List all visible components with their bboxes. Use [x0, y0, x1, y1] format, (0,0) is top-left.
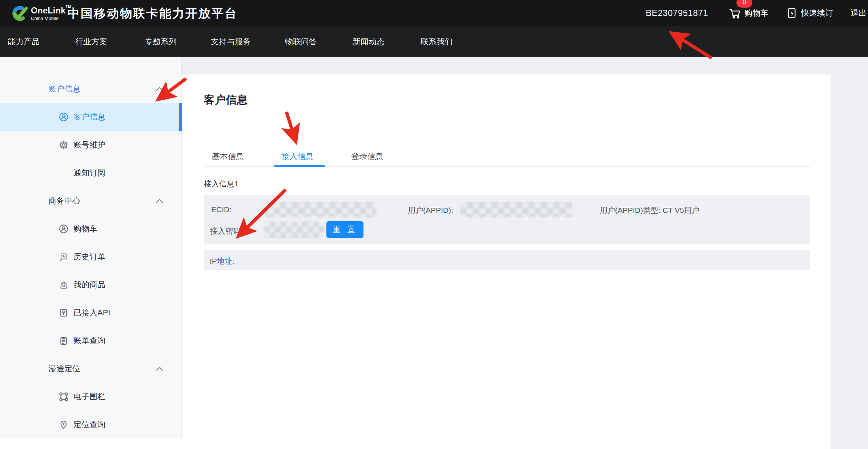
- appid-type-label: 用户(APPID)类型: CT V5用户: [600, 205, 699, 215]
- sidebar-item-account-maintenance[interactable]: 账号维护: [0, 131, 182, 159]
- cart-label: 购物车: [744, 8, 768, 19]
- location-pin-icon: [58, 419, 69, 430]
- sidebar-item-notification-subscription[interactable]: 通知订阅: [0, 159, 182, 187]
- quick-renew-icon: [786, 7, 797, 19]
- appid-label: 用户(APPID):: [408, 205, 453, 215]
- site-title: 中国移动物联卡能力开放平台: [68, 5, 238, 22]
- access-info-section-label: 接入信息1: [204, 179, 239, 189]
- tab-basic-info[interactable]: 基本信息: [212, 151, 244, 163]
- nav-item-news[interactable]: 新闻动态: [353, 26, 385, 57]
- nav-item-industry[interactable]: 行业方案: [75, 26, 107, 57]
- appid-type-value: CT V5用户: [663, 206, 699, 214]
- sidebar-item-bill-inquiry[interactable]: 账单查询: [0, 327, 182, 355]
- ip-address-box: [204, 250, 810, 270]
- ecid-value-redacted: [261, 202, 376, 217]
- topbar: OneLinkTM China Mobile 中国移动物联卡能力开放平台 BE2…: [0, 0, 868, 26]
- page-gutter-top: [182, 57, 868, 74]
- cart-badge: 0: [736, 0, 752, 8]
- chevron-up-icon: [156, 198, 164, 203]
- topbar-right: BE2307951871 0 购物车 快速续订 退出: [646, 0, 867, 26]
- bill-icon: [58, 335, 69, 346]
- ecid-label: ECID:: [211, 205, 232, 214]
- tab-access-info[interactable]: 接入信息: [281, 151, 313, 163]
- reset-password-button[interactable]: 重 置: [326, 221, 363, 238]
- brand-logo[interactable]: OneLinkTM China Mobile: [9, 6, 71, 21]
- sidebar-item-order-history[interactable]: 历史订单: [0, 243, 182, 271]
- page-title: 客户信息: [204, 93, 248, 108]
- sidebar-menu: 账户信息 客户信息 账号维护: [0, 75, 182, 438]
- access-password-label: 接入密码:: [210, 226, 243, 236]
- sidebar-group-business-center[interactable]: 商务中心: [0, 187, 182, 215]
- user-circle-icon: [58, 223, 69, 234]
- sidebar: 账户信息 客户信息 账号维护: [0, 57, 182, 438]
- account-id[interactable]: BE2307951871: [646, 8, 708, 18]
- ip-address-label: IP地址:: [210, 256, 234, 266]
- gear-icon: [58, 139, 69, 150]
- sidebar-group-account-info[interactable]: 账户信息: [0, 75, 182, 103]
- brand-subtitle: China Mobile: [31, 16, 71, 21]
- nav-item-topics[interactable]: 专题系列: [145, 26, 177, 57]
- sidebar-item-geo-fence[interactable]: 电子围栏: [0, 383, 182, 410]
- appid-value-redacted: [461, 202, 572, 217]
- sidebar-item-shopping-cart[interactable]: 购物车: [0, 215, 182, 243]
- sidebar-item-customer-info[interactable]: 客户信息: [0, 103, 182, 131]
- access-password-value-redacted: [264, 222, 325, 238]
- nav-item-support[interactable]: 支持与服务: [211, 26, 251, 57]
- nav-item-qa[interactable]: 物联问答: [285, 26, 317, 57]
- onelink-logo-icon: [9, 6, 28, 21]
- brand-name: OneLinkTM: [31, 7, 71, 15]
- cart-link[interactable]: 0 购物车: [728, 7, 768, 19]
- sidebar-item-my-products[interactable]: 我的商品: [0, 271, 182, 299]
- api-pin-icon: [58, 307, 69, 318]
- chevron-up-icon: [156, 86, 164, 92]
- logout-label: 退出: [851, 8, 867, 19]
- main-nav: 能力产品 行业方案 专题系列 支持与服务 物联问答 新闻动态 联系我们: [0, 26, 868, 57]
- nav-item-contact[interactable]: 联系我们: [421, 26, 453, 57]
- history-order-icon: [58, 251, 69, 262]
- screen: OneLinkTM China Mobile 中国移动物联卡能力开放平台 BE2…: [0, 0, 868, 449]
- shopping-bag-icon: [58, 279, 69, 290]
- quick-renew-link[interactable]: 快速续订: [786, 7, 833, 19]
- sidebar-item-connected-api[interactable]: 已接入API: [0, 299, 182, 327]
- cart-icon: [728, 7, 741, 19]
- quick-renew-label: 快速续订: [801, 8, 833, 19]
- nav-item-products[interactable]: 能力产品: [8, 26, 40, 57]
- logout-link[interactable]: 退出: [851, 8, 867, 19]
- sidebar-group-mantu-location[interactable]: 漫途定位: [0, 355, 182, 383]
- chevron-up-icon: [156, 366, 164, 371]
- sidebar-item-location-query[interactable]: 定位查询: [0, 410, 182, 438]
- page-gutter-right: [831, 74, 868, 449]
- tab-login-info[interactable]: 登录信息: [351, 151, 383, 163]
- active-tab-underline: [274, 165, 325, 167]
- fence-icon: [58, 391, 69, 402]
- user-circle-icon: [58, 112, 69, 122]
